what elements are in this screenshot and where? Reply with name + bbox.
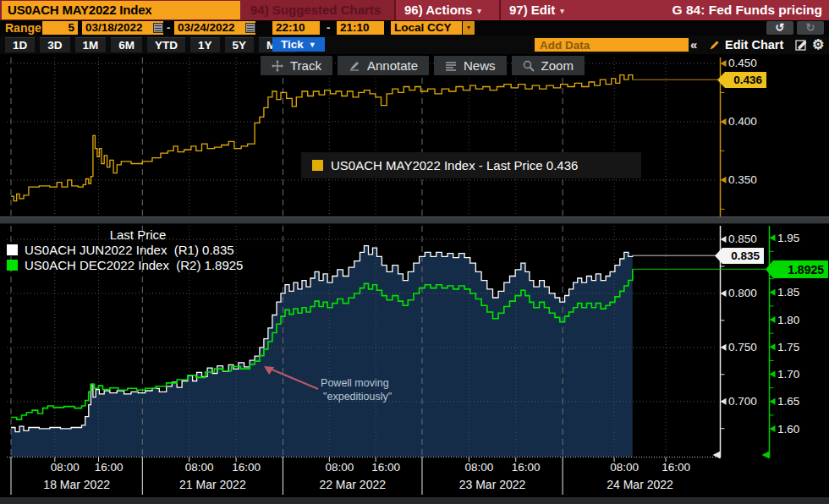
menu-suggested-charts[interactable]: 94) Suggested Charts	[250, 0, 381, 20]
annotate-icon	[349, 60, 360, 72]
x-time-label: 08:00	[185, 461, 214, 474]
series-swatch	[7, 244, 18, 255]
pencil-icon	[709, 40, 720, 51]
news-label: News	[464, 58, 496, 73]
start-date-field[interactable]: 03/18/2022	[82, 21, 163, 35]
x-time-label: 16:00	[95, 461, 124, 474]
y-tick-label: 0.700	[728, 395, 757, 408]
window-bottom-edge	[0, 497, 829, 504]
zoom-button[interactable]: Zoom	[512, 56, 585, 75]
x-time-label: 16:00	[371, 461, 400, 474]
date-separator: -	[167, 20, 170, 36]
x-time-label: 08:00	[325, 461, 354, 474]
x-time-label: 16:00	[662, 461, 690, 474]
range-count-field[interactable]: 5	[42, 21, 78, 35]
period-button-1m[interactable]: 1M	[75, 37, 107, 52]
chevron-down-icon[interactable]: ▾	[463, 21, 475, 35]
y-tick-label: 1.70	[777, 368, 799, 381]
track-icon	[272, 60, 283, 72]
period-button-6m[interactable]: 6M	[111, 37, 142, 52]
calendar-icon[interactable]	[153, 23, 163, 33]
period-button-5y[interactable]: 5Y	[225, 37, 255, 52]
period-buttons: 1D3D1M6MYTD1Y5YMax	[5, 37, 296, 52]
x-date-label: 23 Mar 2022	[459, 478, 526, 491]
chart-toolbar: TrackAnnotateNewsZoom	[261, 56, 585, 75]
panel-splitter[interactable]	[0, 216, 829, 224]
chart-edit-icon[interactable]	[795, 39, 808, 52]
x-time-label: 08:00	[610, 461, 639, 474]
start-time-field[interactable]: 22:10	[272, 21, 320, 35]
menu-actions-label: 96) Actions	[404, 3, 472, 17]
zoom-label: Zoom	[541, 58, 574, 73]
y-tick-label: 0.850	[728, 233, 757, 245]
edit-chart-button[interactable]: Edit Chart	[709, 37, 783, 52]
x-date-label: 18 Mar 2022	[43, 478, 110, 491]
last-price-tag-jun: 0.835	[715, 248, 764, 264]
x-date-label: 21 Mar 2022	[179, 478, 246, 491]
calendar-icon[interactable]	[245, 23, 255, 33]
menu-actions[interactable]: 96) Actions▾	[394, 0, 490, 20]
legend-row-label: US0ACH DEC2022 Index (R2) 1.8925	[25, 258, 243, 272]
end-time-field[interactable]: 21:10	[337, 21, 384, 35]
interval-select[interactable]: Tick▼	[272, 37, 325, 52]
top-chart-legend[interactable]: US0ACH MAY2022 Index - Last Price 0.436	[301, 152, 641, 178]
security-ticker-field[interactable]: US0ACH MAY2022 Index	[2, 1, 240, 19]
y-tick-label: 1.75	[777, 341, 799, 353]
period-button-3d[interactable]: 3D	[40, 37, 69, 52]
menu-edit-label: 97) Edit	[509, 3, 555, 17]
y-tick-label: 1.65	[777, 395, 799, 408]
period-button-ytd[interactable]: YTD	[147, 37, 185, 52]
y-tick-label: 1.95	[777, 232, 799, 244]
legend-row-label: US0ACH JUN2022 Index (R1) 0.835	[25, 243, 234, 257]
x-axis: 08:0016:0018 Mar 202208:0016:0021 Mar 20…	[7, 457, 717, 495]
y-tick-label: 0.400	[728, 115, 757, 128]
series-swatch	[7, 260, 18, 271]
y-tick-label: 1.60	[777, 423, 799, 436]
annotate-button[interactable]: Annotate	[338, 56, 429, 75]
track-button[interactable]: Track	[261, 56, 332, 75]
legend-row[interactable]: US0ACH JUN2022 Index (R1) 0.835	[7, 242, 269, 257]
x-date-label: 22 Mar 2022	[319, 478, 386, 491]
currency-select[interactable]: Local CCY	[391, 21, 462, 35]
range-label: Range	[5, 20, 41, 36]
series-swatch	[312, 160, 323, 171]
redo-button[interactable]: ↻	[797, 21, 824, 35]
gridlines	[7, 58, 717, 217]
y-tick-label: 0.800	[728, 287, 757, 299]
area-fill	[11, 246, 633, 457]
annotate-label: Annotate	[367, 58, 418, 73]
news-button[interactable]: News	[434, 56, 507, 75]
zoom-icon	[523, 60, 535, 72]
undo-button[interactable]: ↺	[766, 21, 793, 35]
edit-chart-label: Edit Chart	[725, 37, 783, 52]
top-chart-legend-label: US0ACH MAY2022 Index - Last Price 0.436	[331, 158, 578, 173]
x-time-label: 16:00	[232, 461, 261, 474]
y-tick-label: 0.750	[728, 341, 757, 353]
interval-label: Tick	[281, 38, 304, 51]
annotation-text: Powell moving	[321, 377, 389, 389]
collapse-chevrons-icon[interactable]: «	[690, 37, 697, 52]
function-title: G 84: Fed Funds pricing	[673, 0, 822, 20]
x-time-label: 16:00	[512, 461, 541, 474]
title-bar: US0ACH MAY2022 Index 94) Suggested Chart…	[0, 0, 829, 20]
annotation-text: "expeditiously"	[323, 391, 392, 403]
menu-edit[interactable]: 97) Edit▾	[499, 0, 573, 20]
time-separator: -	[327, 20, 330, 36]
bottom-chart-legend[interactable]: Last Price US0ACH JUN2022 Index (R1) 0.8…	[7, 227, 269, 272]
gear-icon[interactable]: ⚙	[812, 37, 824, 52]
track-label: Track	[290, 58, 321, 73]
news-icon	[445, 60, 457, 72]
legend-row[interactable]: US0ACH DEC2022 Index (R2) 1.8925	[7, 257, 269, 272]
period-bar: 1D3D1M6MYTD1Y5YMax Tick▼ « Edit Chart ⚙	[0, 36, 829, 54]
period-button-1d[interactable]: 1D	[5, 37, 35, 52]
y-tick-label: 0.350	[728, 173, 757, 186]
x-time-label: 08:00	[464, 461, 493, 474]
last-price-tag-may: 0.436	[717, 72, 766, 88]
period-button-1y[interactable]: 1Y	[190, 37, 220, 52]
chevron-down-icon: ▼	[309, 41, 316, 49]
end-date-field[interactable]: 03/24/2022	[174, 21, 255, 35]
x-date-label: 24 Mar 2022	[607, 478, 673, 491]
series-line-may2022	[11, 75, 633, 201]
add-data-input[interactable]	[535, 38, 689, 52]
legend-title: Last Price	[7, 227, 269, 242]
